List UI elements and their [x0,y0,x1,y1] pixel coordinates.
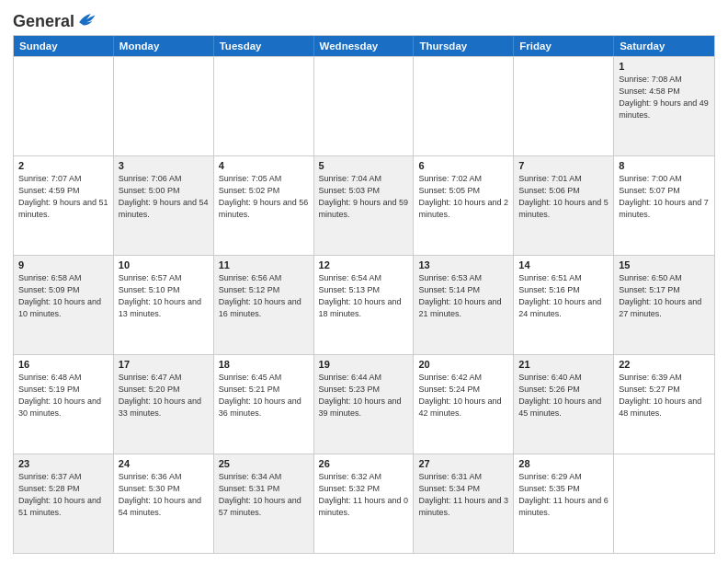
day-info: Sunrise: 7:08 AM Sunset: 4:58 PM Dayligh… [619,74,710,121]
cal-cell-14: 14Sunrise: 6:51 AM Sunset: 5:16 PM Dayli… [514,256,614,354]
day-header-tuesday: Tuesday [214,36,314,56]
cal-cell-21: 21Sunrise: 6:40 AM Sunset: 5:26 PM Dayli… [514,355,614,454]
cal-cell-8: 8Sunrise: 7:00 AM Sunset: 5:07 PM Daylig… [614,156,714,255]
cal-cell-11: 11Sunrise: 6:56 AM Sunset: 5:12 PM Dayli… [214,256,314,354]
cal-cell-12: 12Sunrise: 6:54 AM Sunset: 5:13 PM Dayli… [314,256,415,354]
day-info: Sunrise: 7:07 AM Sunset: 4:59 PM Dayligh… [18,173,108,221]
day-number: 23 [18,458,108,469]
day-info: Sunrise: 6:57 AM Sunset: 5:10 PM Dayligh… [119,272,209,320]
cal-cell-19: 19Sunrise: 6:44 AM Sunset: 5:23 PM Dayli… [314,355,415,454]
day-number: 12 [319,259,409,270]
day-info: Sunrise: 6:51 AM Sunset: 5:16 PM Dayligh… [518,272,609,320]
day-header-saturday: Saturday [614,36,714,56]
cal-cell-16: 16Sunrise: 6:48 AM Sunset: 5:19 PM Dayli… [14,355,114,454]
day-info: Sunrise: 7:00 AM Sunset: 5:07 PM Dayligh… [619,173,710,221]
day-number: 22 [619,359,710,370]
cal-cell-3: 3Sunrise: 7:06 AM Sunset: 5:00 PM Daylig… [114,156,214,255]
day-info: Sunrise: 6:53 AM Sunset: 5:14 PM Dayligh… [418,272,508,320]
day-number: 19 [319,359,409,370]
day-header-monday: Monday [114,36,214,56]
day-info: Sunrise: 6:40 AM Sunset: 5:26 PM Dayligh… [518,372,609,419]
cal-cell-26: 26Sunrise: 6:32 AM Sunset: 5:32 PM Dayli… [314,454,415,553]
page-header: General [13,9,715,29]
cal-cell-5: 5Sunrise: 7:04 AM Sunset: 5:03 PM Daylig… [314,156,415,255]
day-info: Sunrise: 7:02 AM Sunset: 5:05 PM Dayligh… [418,173,508,221]
week-row-4: 16Sunrise: 6:48 AM Sunset: 5:19 PM Dayli… [14,354,714,454]
cal-cell-1: 1Sunrise: 7:08 AM Sunset: 4:58 PM Daylig… [614,57,714,155]
day-info: Sunrise: 6:58 AM Sunset: 5:09 PM Dayligh… [18,272,108,320]
week-row-2: 2Sunrise: 7:07 AM Sunset: 4:59 PM Daylig… [14,155,714,255]
day-number: 15 [619,259,710,270]
cal-cell-empty-5 [514,57,614,155]
week-row-5: 23Sunrise: 6:37 AM Sunset: 5:28 PM Dayli… [14,454,714,553]
day-info: Sunrise: 6:50 AM Sunset: 5:17 PM Dayligh… [619,272,710,320]
cal-cell-9: 9Sunrise: 6:58 AM Sunset: 5:09 PM Daylig… [14,256,114,354]
week-row-3: 9Sunrise: 6:58 AM Sunset: 5:09 PM Daylig… [14,255,714,354]
day-number: 17 [119,359,209,370]
week-row-1: 1Sunrise: 7:08 AM Sunset: 4:58 PM Daylig… [14,56,714,155]
day-info: Sunrise: 6:56 AM Sunset: 5:12 PM Dayligh… [219,272,309,320]
logo: General [13,13,97,29]
day-number: 4 [219,160,309,171]
day-number: 3 [119,160,209,171]
cal-cell-13: 13Sunrise: 6:53 AM Sunset: 5:14 PM Dayli… [414,256,514,354]
logo-text-general: General [13,13,74,31]
day-header-friday: Friday [514,36,614,56]
cal-cell-17: 17Sunrise: 6:47 AM Sunset: 5:20 PM Dayli… [114,355,214,454]
day-info: Sunrise: 7:06 AM Sunset: 5:00 PM Dayligh… [119,173,209,221]
cal-cell-2: 2Sunrise: 7:07 AM Sunset: 4:59 PM Daylig… [14,156,114,255]
cal-cell-empty-2 [214,57,314,155]
day-info: Sunrise: 6:54 AM Sunset: 5:13 PM Dayligh… [319,272,409,320]
cal-cell-22: 22Sunrise: 6:39 AM Sunset: 5:27 PM Dayli… [614,355,714,454]
day-number: 21 [518,359,609,370]
calendar-header: SundayMondayTuesdayWednesdayThursdayFrid… [14,36,714,56]
day-info: Sunrise: 6:34 AM Sunset: 5:31 PM Dayligh… [219,471,309,519]
day-info: Sunrise: 6:29 AM Sunset: 5:35 PM Dayligh… [518,471,609,519]
day-number: 5 [319,160,409,171]
calendar: SundayMondayTuesdayWednesdayThursdayFrid… [13,35,715,554]
day-number: 1 [619,61,710,72]
cal-cell-10: 10Sunrise: 6:57 AM Sunset: 5:10 PM Dayli… [114,256,214,354]
day-number: 9 [18,259,108,270]
cal-cell-empty-3 [314,57,415,155]
day-number: 26 [319,458,409,469]
cal-cell-25: 25Sunrise: 6:34 AM Sunset: 5:31 PM Dayli… [214,454,314,553]
day-info: Sunrise: 6:45 AM Sunset: 5:21 PM Dayligh… [219,372,309,419]
cal-cell-27: 27Sunrise: 6:31 AM Sunset: 5:34 PM Dayli… [414,454,514,553]
day-number: 14 [518,259,609,270]
day-number: 28 [518,458,609,469]
day-number: 25 [219,458,309,469]
cal-cell-6: 6Sunrise: 7:02 AM Sunset: 5:05 PM Daylig… [414,156,514,255]
day-info: Sunrise: 6:31 AM Sunset: 5:34 PM Dayligh… [418,471,508,519]
day-header-thursday: Thursday [414,36,514,56]
cal-cell-empty-4 [414,57,514,155]
day-info: Sunrise: 6:37 AM Sunset: 5:28 PM Dayligh… [18,471,108,519]
cal-cell-15: 15Sunrise: 6:50 AM Sunset: 5:17 PM Dayli… [614,256,714,354]
cal-cell-20: 20Sunrise: 6:42 AM Sunset: 5:24 PM Dayli… [414,355,514,454]
day-number: 7 [518,160,609,171]
day-info: Sunrise: 6:44 AM Sunset: 5:23 PM Dayligh… [319,372,409,419]
day-number: 18 [219,359,309,370]
day-number: 2 [18,160,108,171]
cal-cell-28: 28Sunrise: 6:29 AM Sunset: 5:35 PM Dayli… [514,454,614,553]
day-number: 27 [418,458,508,469]
day-info: Sunrise: 6:36 AM Sunset: 5:30 PM Dayligh… [119,471,209,519]
calendar-body: 1Sunrise: 7:08 AM Sunset: 4:58 PM Daylig… [14,56,714,553]
day-info: Sunrise: 6:48 AM Sunset: 5:19 PM Dayligh… [18,372,108,419]
day-header-sunday: Sunday [14,36,114,56]
day-info: Sunrise: 7:01 AM Sunset: 5:06 PM Dayligh… [518,173,609,221]
cal-cell-18: 18Sunrise: 6:45 AM Sunset: 5:21 PM Dayli… [214,355,314,454]
day-number: 10 [119,259,209,270]
day-info: Sunrise: 6:47 AM Sunset: 5:20 PM Dayligh… [119,372,209,419]
day-number: 8 [619,160,710,171]
cal-cell-empty-1 [114,57,214,155]
day-header-wednesday: Wednesday [314,36,415,56]
cal-cell-7: 7Sunrise: 7:01 AM Sunset: 5:06 PM Daylig… [514,156,614,255]
day-number: 6 [418,160,508,171]
cal-cell-4: 4Sunrise: 7:05 AM Sunset: 5:02 PM Daylig… [214,156,314,255]
day-info: Sunrise: 7:04 AM Sunset: 5:03 PM Dayligh… [319,173,409,221]
day-info: Sunrise: 6:39 AM Sunset: 5:27 PM Dayligh… [619,372,710,419]
day-number: 20 [418,359,508,370]
cal-cell-empty-0 [14,57,114,155]
day-number: 11 [219,259,309,270]
